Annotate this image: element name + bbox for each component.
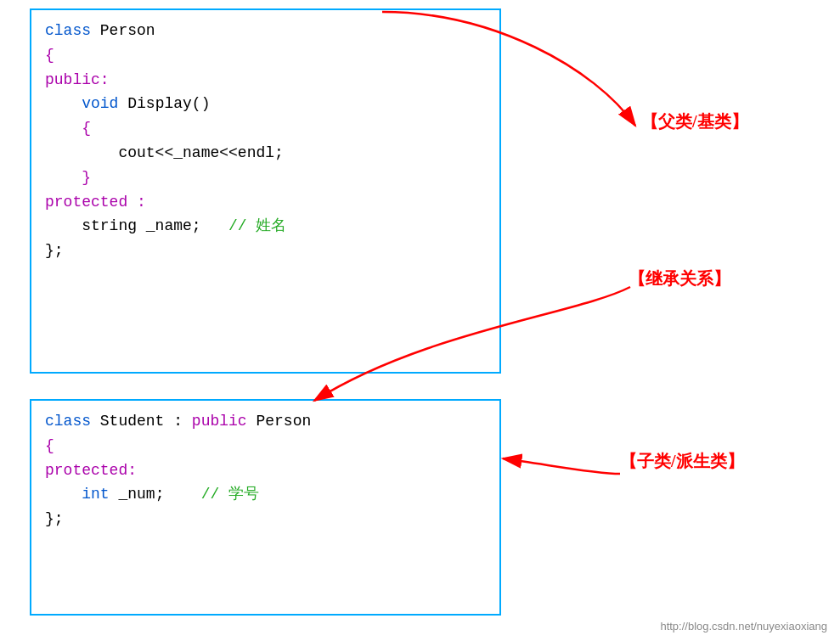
watermark: http://blog.csdn.net/nuyexiaoxiang <box>660 620 827 633</box>
student-line-2: { <box>45 434 486 458</box>
student-line-3: protected: <box>45 458 486 483</box>
person-line-1: class Person <box>45 19 486 43</box>
person-line-3: public: <box>45 68 486 93</box>
person-line-4: void Display() <box>45 92 486 116</box>
inherit-annotation: 【继承关系】 <box>629 267 730 290</box>
person-line-7: } <box>45 166 486 190</box>
student-line-5: }; <box>45 507 486 531</box>
person-line-2: { <box>45 43 486 68</box>
arrow-child <box>503 458 620 474</box>
child-class-annotation: 【子类/派生类】 <box>620 450 744 473</box>
student-class-box: class Student : public Person { protecte… <box>30 399 501 616</box>
student-line-4: int _num; // 学号 <box>45 482 486 507</box>
person-line-5: { <box>45 116 486 141</box>
person-class-box: class Person { public: void Display() { … <box>30 8 501 374</box>
parent-class-annotation: 【父类/基类】 <box>641 110 748 133</box>
student-line-1: class Student : public Person <box>45 409 486 434</box>
person-line-6: cout<<_name<<endl; <box>45 141 486 166</box>
person-line-9: string _name; // 姓名 <box>45 214 486 239</box>
person-line-8: protected : <box>45 190 486 215</box>
person-line-10: }; <box>45 239 486 263</box>
